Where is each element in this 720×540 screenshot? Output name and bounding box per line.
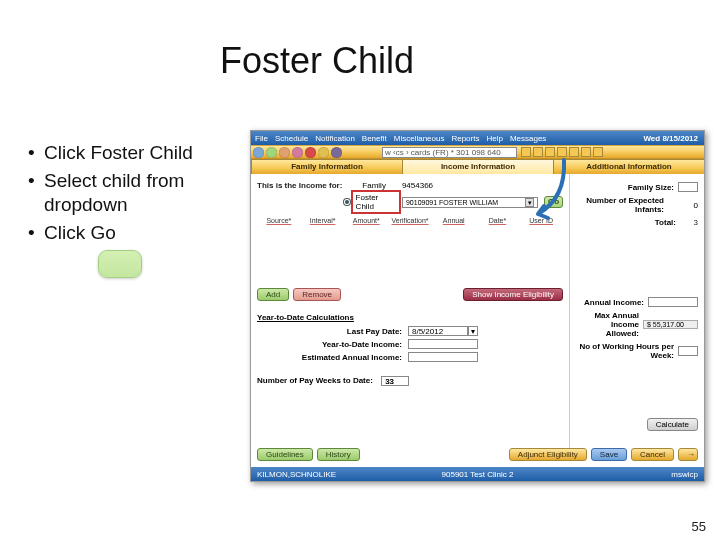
- search-input[interactable]: w ‹cs › cards (FR) * 301 098 640: [382, 147, 517, 158]
- col-date: Date*: [476, 217, 520, 224]
- est-annual-input[interactable]: [408, 352, 478, 362]
- bullet-1: Click Foster Child: [44, 141, 238, 166]
- ytd-income-label: Year-to-Date Income:: [257, 340, 402, 349]
- tool-icon[interactable]: [253, 147, 264, 158]
- col-interval: Interval*: [301, 217, 345, 224]
- go-button[interactable]: Go: [544, 196, 563, 208]
- annual-income-label: Annual Income:: [576, 298, 644, 307]
- total-label: Total:: [576, 218, 676, 227]
- tool-icon[interactable]: [331, 147, 342, 158]
- tool-icon[interactable]: [279, 147, 290, 158]
- calendar-icon[interactable]: ▾: [468, 326, 478, 336]
- menu-schedule[interactable]: Schedule: [275, 134, 308, 143]
- max-allowed-label: Max Annual Income Allowed:: [576, 311, 639, 338]
- col-userid: User ID: [519, 217, 563, 224]
- menubar: File Schedule Notification Benefit Misce…: [251, 131, 704, 145]
- nav-icon[interactable]: [545, 147, 555, 157]
- cancel-button[interactable]: Cancel: [631, 448, 674, 461]
- menu-messages[interactable]: Messages: [510, 134, 546, 143]
- tool-icon[interactable]: [292, 147, 303, 158]
- tab-additional-info[interactable]: Additional Information: [553, 159, 705, 174]
- foster-child-value: 90109091 FOSTER WILLIAM: [406, 199, 498, 206]
- family-radio-label: Family: [362, 181, 386, 190]
- go-illustration: [98, 250, 142, 278]
- menu-reports[interactable]: Reports: [451, 134, 479, 143]
- slide-title: Foster Child: [220, 40, 414, 82]
- tool-icon[interactable]: [318, 147, 329, 158]
- nav-icon[interactable]: [557, 147, 567, 157]
- ytd-income-input[interactable]: [408, 339, 478, 349]
- this-is-income-label: This is the Income for:: [257, 181, 342, 190]
- foster-child-label: Foster Child: [354, 193, 398, 211]
- status-bar: KILMON,SCHNOLIKE 905901 Test Clinic 2 ms…: [251, 467, 704, 481]
- col-source: Source*: [257, 217, 301, 224]
- tab-income-info[interactable]: Income Information: [402, 159, 554, 174]
- nav-icon[interactable]: [533, 147, 543, 157]
- bullet-3: Click Go: [44, 221, 238, 246]
- history-button[interactable]: History: [317, 448, 360, 461]
- chevron-down-icon[interactable]: ▾: [525, 198, 534, 207]
- last-pay-date-input[interactable]: 8/5/2012: [408, 326, 468, 336]
- menu-benefit[interactable]: Benefit: [362, 134, 387, 143]
- col-annual: Annual: [432, 217, 476, 224]
- bullet-2: Select child from dropdown: [44, 169, 238, 218]
- total-value: 3: [680, 218, 698, 227]
- status-left: KILMON,SCHNOLIKE: [257, 470, 336, 479]
- save-button[interactable]: Save: [591, 448, 627, 461]
- ytd-title: Year-to-Date Calculations: [257, 313, 563, 322]
- nav-icon[interactable]: [581, 147, 591, 157]
- remove-button[interactable]: Remove: [293, 288, 341, 301]
- adjunct-eligibility-button[interactable]: Adjunct Eligibility: [509, 448, 587, 461]
- instruction-bullets: •Click Foster Child •Select child from d…: [28, 138, 238, 249]
- add-button[interactable]: Add: [257, 288, 289, 301]
- tab-family-info[interactable]: Family Information: [251, 159, 403, 174]
- working-hours-label: No of Working Hours per Week:: [576, 342, 674, 360]
- summary-panel: Family Size: Number of Expected Infants:…: [569, 174, 704, 454]
- foster-child-radio[interactable]: [343, 198, 351, 206]
- pay-weeks-label: Number of Pay Weeks to Date:: [257, 376, 373, 385]
- status-center: 905901 Test Clinic 2: [442, 470, 514, 479]
- nav-icon[interactable]: [521, 147, 531, 157]
- menu-file[interactable]: File: [255, 134, 268, 143]
- annual-income-value: [648, 297, 698, 307]
- show-eligibility-button[interactable]: Show Income Eligibility: [463, 288, 563, 301]
- page-number: 55: [692, 519, 706, 534]
- family-number: 9454366: [402, 181, 433, 190]
- income-panel: This is the Income for: Family 9454366 F…: [251, 174, 569, 454]
- max-allowed-value: $ 55,317.00: [643, 320, 698, 329]
- est-annual-label: Estimated Annual Income:: [257, 353, 402, 362]
- guidelines-button[interactable]: Guidelines: [257, 448, 313, 461]
- main-tabs: Family Information Income Information Ad…: [251, 159, 704, 174]
- menu-notification[interactable]: Notification: [315, 134, 355, 143]
- header-date: Wed 8/15/2012: [643, 134, 698, 143]
- calculate-button[interactable]: Calculate: [647, 418, 698, 431]
- family-size-input[interactable]: [678, 182, 698, 192]
- next-button[interactable]: →: [678, 448, 698, 461]
- expected-infants-label: Number of Expected Infants:: [576, 196, 664, 214]
- tool-icon[interactable]: [266, 147, 277, 158]
- tool-icon[interactable]: [305, 147, 316, 158]
- menu-misc[interactable]: Miscellaneous: [394, 134, 445, 143]
- expected-infants-value: 0: [668, 201, 698, 210]
- app-screenshot: File Schedule Notification Benefit Misce…: [250, 130, 705, 482]
- foster-child-dropdown[interactable]: 90109091 FOSTER WILLIAM ▾: [402, 197, 538, 208]
- working-hours-input[interactable]: [678, 346, 698, 356]
- last-pay-date-label: Last Pay Date:: [257, 327, 402, 336]
- nav-icon[interactable]: [593, 147, 603, 157]
- family-size-label: Family Size:: [576, 183, 674, 192]
- pay-weeks-value: 33: [381, 376, 409, 386]
- status-right: mswicp: [671, 470, 698, 479]
- toolbar: w ‹cs › cards (FR) * 301 098 640: [251, 145, 704, 159]
- menu-help[interactable]: Help: [486, 134, 502, 143]
- footer-buttons: Guidelines History Adjunct Eligibility S…: [257, 448, 698, 461]
- nav-icon[interactable]: [569, 147, 579, 157]
- income-grid-header: Source* Interval* Amount* Verification* …: [257, 217, 563, 224]
- col-verification: Verification*: [388, 217, 432, 224]
- ytd-section: Year-to-Date Calculations Last Pay Date:…: [257, 313, 563, 386]
- col-amount: Amount*: [344, 217, 388, 224]
